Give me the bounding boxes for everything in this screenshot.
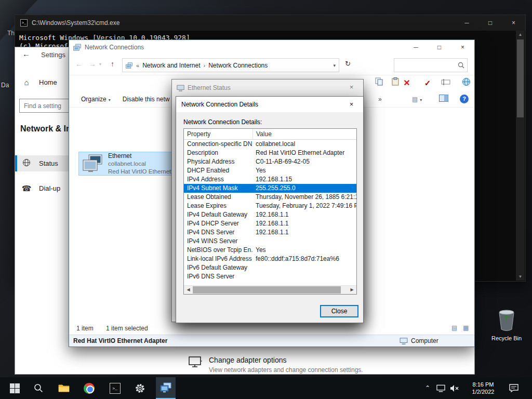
address-bar[interactable]: « Network and Internet › Network Connect…: [122, 58, 339, 72]
taskbar: >_ ⌃: [0, 377, 532, 399]
help-icon[interactable]: ?: [460, 95, 469, 103]
detail-row[interactable]: IPv6 Default Gateway: [184, 263, 356, 272]
detail-row[interactable]: Description Red Hat VirtIO Ethernet Adap…: [184, 149, 356, 157]
scroll-right-icon[interactable]: ▶: [348, 286, 356, 294]
detail-row[interactable]: Physical Address C0-11-AB-69-42-05: [184, 157, 356, 166]
horizontal-scrollbar[interactable]: ◀ ▶: [184, 285, 356, 294]
history-chevron-icon[interactable]: ▾: [99, 62, 101, 66]
detail-property: DHCP Enabled: [184, 166, 252, 175]
rename-icon[interactable]: [440, 77, 451, 89]
action-center-button[interactable]: [505, 377, 523, 399]
up-arrow-icon[interactable]: ↑: [111, 60, 114, 68]
cmd-maximize-button[interactable]: □: [478, 15, 502, 31]
detail-row[interactable]: IPv6 DNS Server: [184, 272, 356, 281]
tray-volume-button[interactable]: [448, 377, 461, 399]
cmd-titlebar[interactable]: C:\Windows\System32\cmd.exe ─ □ ×: [15, 15, 525, 31]
settings-taskbar-button[interactable]: [130, 377, 150, 399]
preview-pane-icon[interactable]: [439, 95, 448, 103]
detail-row[interactable]: Link-local IPv6 Address fe80::dddf:a715:…: [184, 255, 356, 263]
adapter-icon: [188, 356, 203, 369]
close-icon[interactable]: ×: [340, 79, 363, 95]
breadcrumb-network-connections[interactable]: Network Connections: [208, 62, 268, 69]
minimize-icon[interactable]: ─: [404, 40, 428, 55]
detail-property: Physical Address: [184, 157, 252, 166]
paste-icon[interactable]: [390, 77, 401, 89]
scroll-up-icon[interactable]: ▲: [516, 31, 525, 38]
scroll-thumb[interactable]: [517, 39, 524, 117]
detail-value: 192.168.1.1: [252, 219, 356, 228]
explorer-search-input[interactable]: [396, 59, 455, 71]
item-count: 1 item: [76, 325, 94, 332]
cmd-icon: >_: [110, 383, 121, 394]
network-connections-taskbar-button[interactable]: [156, 377, 176, 399]
ethernet-status-titlebar[interactable]: Ethernet Status ×: [172, 79, 363, 96]
detail-row[interactable]: Lease Obtained Thursday, November 26, 18…: [184, 193, 356, 202]
detail-value: Thursday, November 26, 1885 6:21:10 PM: [252, 193, 356, 202]
close-button[interactable]: Close: [320, 305, 358, 317]
detail-value: 192.168.1.1: [252, 210, 356, 219]
check-icon[interactable]: ✓: [422, 77, 433, 89]
delete-icon[interactable]: ✕: [401, 77, 413, 89]
detail-row[interactable]: IPv4 WINS Server: [184, 237, 356, 246]
tray-network-button[interactable]: [434, 377, 447, 399]
taskbar-clock[interactable]: 8:16 PM 1/2/2022: [469, 377, 498, 399]
scroll-thumb[interactable]: [193, 286, 341, 294]
computer-icon: [400, 338, 408, 344]
detail-row[interactable]: IPv4 Subnet Mask 255.255.255.0: [184, 184, 356, 193]
address-toolbar: ← → ▾ ↑ « Network and Internet › Network…: [69, 55, 474, 75]
column-value[interactable]: Value: [252, 129, 356, 139]
cmd-window-title: C:\Windows\System32\cmd.exe: [32, 19, 119, 26]
scroll-down-icon[interactable]: ▼: [516, 273, 525, 281]
copy-icon[interactable]: [373, 77, 384, 89]
sidebar-item-label: Home: [39, 78, 57, 86]
status-bar: 1 item 1 item selected ▤ ▦: [69, 323, 474, 335]
cmd-minimize-button[interactable]: ─: [455, 15, 478, 31]
search-button[interactable]: [29, 377, 48, 399]
back-arrow-icon[interactable]: ←: [75, 60, 83, 68]
explorer-search-box[interactable]: [394, 58, 468, 72]
detail-row[interactable]: DHCP Enabled Yes: [184, 166, 356, 175]
cmd-scrollbar[interactable]: ▲ ▼: [516, 31, 525, 281]
dialog-titlebar[interactable]: Network Connection Details ×: [176, 97, 363, 112]
network-icon: [73, 44, 82, 51]
detail-row[interactable]: IPv4 DHCP Server 192.168.1.1: [184, 219, 356, 228]
explorer-titlebar[interactable]: Network Connections ─ □ ×: [69, 40, 474, 55]
change-adapter-title: Change adapter options: [209, 356, 363, 364]
chevron-down-icon[interactable]: ▾: [333, 63, 336, 68]
list-view-icon[interactable]: ▤▾: [412, 96, 422, 103]
tray-expand-button[interactable]: ⌃: [422, 377, 433, 399]
cmd-close-button[interactable]: ×: [502, 15, 525, 31]
forward-arrow-icon[interactable]: →: [89, 60, 96, 68]
status-globe-icon[interactable]: [460, 77, 472, 89]
chevron-right-icon[interactable]: ›: [204, 62, 206, 69]
details-view-icon[interactable]: ▤: [451, 324, 457, 331]
maximize-icon[interactable]: □: [428, 40, 451, 55]
disable-network-button[interactable]: Disable this netw: [123, 96, 170, 103]
recycle-bin[interactable]: Recycle Bin: [489, 310, 524, 341]
detail-property: Description: [184, 149, 252, 157]
column-property[interactable]: Property: [184, 129, 252, 139]
sidebar-item-label: Status: [39, 159, 58, 167]
breadcrumb-collapse-icon[interactable]: «: [136, 62, 139, 69]
overflow-chevron[interactable]: »: [378, 96, 382, 103]
breadcrumb-network-and-internet[interactable]: Network and Internet: [142, 62, 200, 69]
chrome-button[interactable]: [79, 377, 99, 399]
organize-button[interactable]: Organize▾: [81, 96, 111, 103]
detail-row[interactable]: NetBIOS over Tcpip En... Yes: [184, 246, 356, 255]
icons-view-icon[interactable]: ▦: [463, 324, 469, 331]
detail-row[interactable]: IPv4 DNS Server 192.168.1.1: [184, 228, 356, 237]
close-icon[interactable]: ×: [451, 40, 474, 55]
scroll-left-icon[interactable]: ◀: [184, 286, 193, 294]
file-explorer-button[interactable]: [54, 377, 74, 399]
detail-row[interactable]: Lease Expires Tuesday, February 1, 2022 …: [184, 202, 356, 210]
folder-icon: [58, 383, 70, 393]
detail-row[interactable]: IPv4 Address 192.168.1.15: [184, 175, 356, 184]
refresh-icon[interactable]: ↻: [345, 60, 351, 68]
close-icon[interactable]: ×: [340, 97, 363, 112]
detail-row[interactable]: IPv4 Default Gateway 192.168.1.1: [184, 210, 356, 219]
change-adapter-options[interactable]: Change adapter options View network adap…: [188, 356, 363, 374]
detail-row[interactable]: Connection-specific DN... collabnet.loca…: [184, 140, 356, 149]
start-button[interactable]: [4, 377, 25, 399]
cmd-taskbar-button[interactable]: >_: [105, 377, 125, 399]
back-arrow-icon[interactable]: ←: [22, 49, 30, 58]
